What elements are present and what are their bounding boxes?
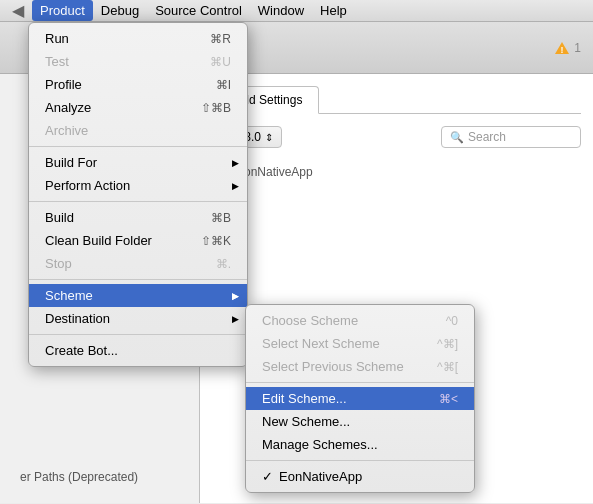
menu-item-destination[interactable]: Destination <box>29 307 247 330</box>
menu-item-analyze-label: Analyze <box>45 100 91 115</box>
search-placeholder: Search <box>468 130 506 144</box>
menu-item-perform-action[interactable]: Perform Action <box>29 174 247 197</box>
build-target-row: EonNativeApp <box>212 160 581 184</box>
menu-item-perform-action-label: Perform Action <box>45 178 130 193</box>
scheme-menu-item-new[interactable]: New Scheme... <box>246 410 474 433</box>
menubar-item-debug[interactable]: Debug <box>93 0 147 21</box>
svg-text:!: ! <box>561 45 564 55</box>
menu-item-stop-shortcut: ⌘. <box>216 257 231 271</box>
scheme-menu-item-manage-label: Manage Schemes... <box>262 437 378 452</box>
menubar-item-help[interactable]: Help <box>312 0 355 21</box>
menu-item-create-bot[interactable]: Create Bot... <box>29 339 247 362</box>
menubar-item-product[interactable]: Product <box>32 0 93 21</box>
menu-item-clean-build-folder-label: Clean Build Folder <box>45 233 152 248</box>
scheme-menu-item-manage[interactable]: Manage Schemes... <box>246 433 474 456</box>
menu-item-archive: Archive <box>29 119 247 142</box>
warning-badge: ! 1 <box>554 40 581 56</box>
ios-version-arrow: ⇕ <box>265 132 273 143</box>
scheme-menu-item-prev: Select Previous Scheme ^⌘[ <box>246 355 474 378</box>
menu-item-create-bot-label: Create Bot... <box>45 343 118 358</box>
menu-item-build-label: Build <box>45 210 74 225</box>
menu-item-test-shortcut: ⌘U <box>210 55 231 69</box>
menu-item-stop: Stop ⌘. <box>29 252 247 275</box>
scheme-menu-item-edit-label: Edit Scheme... <box>262 391 347 406</box>
menubar-item-source-control[interactable]: Source Control <box>147 0 250 21</box>
product-menu: Run ⌘R Test ⌘U Profile ⌘I Analyze ⇧⌘B Ar… <box>28 22 248 367</box>
separator-3 <box>29 279 247 280</box>
scheme-separator-1 <box>246 382 474 383</box>
scheme-menu-item-next-shortcut: ^⌘] <box>437 337 458 351</box>
scheme-menu-item-eon-label: EonNativeApp <box>279 469 362 484</box>
menubar: ◀ Product Debug Source Control Window He… <box>0 0 593 22</box>
scheme-menu-item-eon[interactable]: ✓ EonNativeApp <box>246 465 474 488</box>
scheme-menu-item-edit[interactable]: Edit Scheme... ⌘< <box>246 387 474 410</box>
menu-item-run-label: Run <box>45 31 69 46</box>
scheme-menu-item-next-label: Select Next Scheme <box>262 336 380 351</box>
deprecated-text: er Paths (Deprecated) <box>20 470 138 484</box>
separator-1 <box>29 146 247 147</box>
menu-item-test-label: Test <box>45 54 69 69</box>
menu-item-profile-label: Profile <box>45 77 82 92</box>
menu-item-scheme[interactable]: Scheme ▶ <box>29 284 247 307</box>
tab-bar: Build Settings <box>212 86 581 114</box>
menu-item-build-for[interactable]: Build For <box>29 151 247 174</box>
menu-item-stop-label: Stop <box>45 256 72 271</box>
menu-item-clean-build-folder-shortcut: ⇧⌘K <box>201 234 231 248</box>
menu-item-build[interactable]: Build ⌘B <box>29 206 247 229</box>
menu-item-clean-build-folder[interactable]: Clean Build Folder ⇧⌘K <box>29 229 247 252</box>
menu-item-profile-shortcut: ⌘I <box>216 78 231 92</box>
menu-item-destination-label: Destination <box>45 311 110 326</box>
scheme-menu-item-new-label: New Scheme... <box>262 414 350 429</box>
menubar-item-back[interactable]: ◀ <box>4 0 32 21</box>
search-box[interactable]: 🔍 Search <box>441 126 581 148</box>
menu-item-run-shortcut: ⌘R <box>210 32 231 46</box>
toolbar-right: ! 1 <box>554 40 581 56</box>
menu-item-profile[interactable]: Profile ⌘I <box>29 73 247 96</box>
checkmark-icon: ✓ <box>262 469 273 484</box>
menu-item-run[interactable]: Run ⌘R <box>29 27 247 50</box>
menu-item-analyze[interactable]: Analyze ⇧⌘B <box>29 96 247 119</box>
search-icon: 🔍 <box>450 131 464 144</box>
menu-item-analyze-shortcut: ⇧⌘B <box>201 101 231 115</box>
menubar-item-window[interactable]: Window <box>250 0 312 21</box>
scheme-separator-2 <box>246 460 474 461</box>
menu-item-build-shortcut: ⌘B <box>211 211 231 225</box>
scheme-menu-item-prev-label: Select Previous Scheme <box>262 359 404 374</box>
menu-item-archive-label: Archive <box>45 123 88 138</box>
scheme-submenu: Choose Scheme ^0 Select Next Scheme ^⌘] … <box>245 304 475 493</box>
scheme-menu-item-choose: Choose Scheme ^0 <box>246 309 474 332</box>
scheme-menu-item-choose-shortcut: ^0 <box>446 314 458 328</box>
filter-bar: iOS 8.0 ⇕ 🔍 Search <box>212 126 581 148</box>
separator-4 <box>29 334 247 335</box>
scheme-menu-item-choose-label: Choose Scheme <box>262 313 358 328</box>
warning-count: 1 <box>574 41 581 55</box>
menu-item-test: Test ⌘U <box>29 50 247 73</box>
separator-2 <box>29 201 247 202</box>
menu-item-scheme-label: Scheme <box>45 288 93 303</box>
menu-item-build-for-label: Build For <box>45 155 97 170</box>
scheme-menu-item-edit-shortcut: ⌘< <box>439 392 458 406</box>
scheme-menu-item-next: Select Next Scheme ^⌘] <box>246 332 474 355</box>
warning-icon: ! <box>554 40 570 56</box>
scheme-menu-item-prev-shortcut: ^⌘[ <box>437 360 458 374</box>
scheme-arrow-icon: ▶ <box>232 291 239 301</box>
